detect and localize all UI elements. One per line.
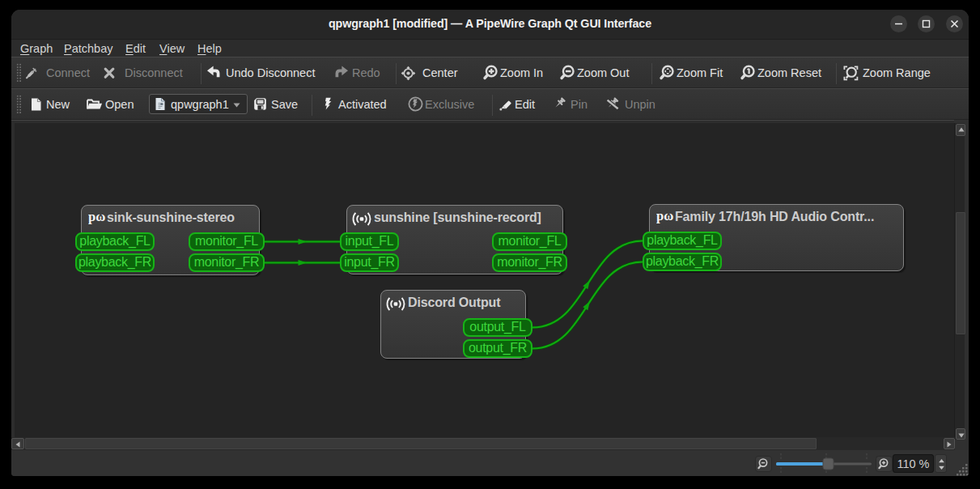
svg-text:pω: pω <box>88 210 105 224</box>
svg-text:pω: pω <box>656 209 673 223</box>
